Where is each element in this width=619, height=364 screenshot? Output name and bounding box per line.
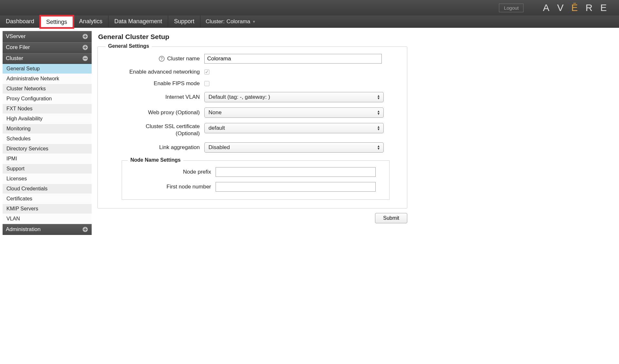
internet-vlan-select[interactable]: Default (tag: -, gateway: ) ▲▼ — [204, 92, 384, 102]
tab-data-management[interactable]: Data Management — [108, 15, 168, 27]
sidebar-item-general-setup[interactable]: General Setup — [3, 64, 92, 74]
sidebar-item-monitoring[interactable]: Monitoring — [3, 124, 92, 134]
sidebar-item-high-availability[interactable]: High Availability — [3, 114, 92, 124]
label-fips: Enable FIPS mode — [154, 80, 200, 87]
label-first-node-number: First node number — [167, 184, 211, 190]
select-value: None — [208, 109, 222, 116]
tab-analytics[interactable]: Analytics — [73, 15, 108, 27]
topbar: Logout AVĒRE — [0, 0, 619, 15]
tab-support[interactable]: Support — [168, 15, 200, 27]
node-name-settings-fieldset: Node Name Settings Node prefix First nod… — [122, 160, 390, 200]
logout-button[interactable]: Logout — [499, 4, 523, 12]
sidebar-item-kmip-servers[interactable]: KMIP Servers — [3, 204, 92, 214]
cluster-name: Colorama — [227, 18, 250, 25]
node-prefix-input[interactable] — [216, 167, 376, 177]
label-web-proxy: Web proxy (Optional) — [148, 109, 200, 116]
submit-button[interactable]: Submit — [375, 213, 407, 223]
help-icon[interactable]: ? — [159, 56, 165, 62]
cluster-prefix: Cluster: — [206, 18, 225, 25]
sidebar-item-administrative-network[interactable]: Administrative Network — [3, 74, 92, 84]
sidebar-section-core-filer[interactable]: Core Filer — [3, 42, 92, 53]
label-link-agg: Link aggregation — [159, 144, 200, 151]
label-adv-networking: Enable advanced networking — [129, 69, 200, 75]
sidebar-item-cluster-networks[interactable]: Cluster Networks — [3, 84, 92, 94]
sidebar-item-certificates[interactable]: Certificates — [3, 194, 92, 204]
sidebar-section-label: VServer — [6, 33, 25, 40]
sidebar: VServer Core Filer Cluster General Setup… — [3, 31, 92, 235]
select-value: default — [208, 125, 225, 131]
sidebar-item-fxt-nodes[interactable]: FXT Nodes — [3, 104, 92, 114]
label-ssl-cert: Cluster SSL certificate(Optional) — [146, 123, 200, 137]
sidebar-item-proxy-configuration[interactable]: Proxy Configuration — [3, 94, 92, 104]
plus-icon — [82, 44, 88, 51]
select-arrows-icon: ▲▼ — [377, 95, 380, 100]
select-arrows-icon: ▲▼ — [377, 145, 380, 150]
sidebar-section-label: Administration — [6, 226, 41, 233]
tab-dashboard[interactable]: Dashboard — [0, 15, 40, 27]
sidebar-section-label: Core Filer — [6, 44, 30, 51]
sidebar-section-label: Cluster — [6, 55, 23, 62]
sidebar-item-ipmi[interactable]: IPMI — [3, 154, 92, 164]
minus-icon — [82, 55, 88, 62]
label-internet-vlan: Internet VLAN — [165, 94, 200, 100]
sidebar-item-directory-services[interactable]: Directory Services — [3, 144, 92, 154]
label-node-prefix: Node prefix — [183, 169, 211, 175]
plus-icon — [82, 33, 88, 40]
select-value: Disabled — [208, 144, 230, 151]
select-arrows-icon: ▲▼ — [377, 126, 380, 131]
sidebar-item-support[interactable]: Support — [3, 164, 92, 174]
fieldset-legend: General Settings — [106, 43, 152, 49]
adv-networking-checkbox[interactable]: ✓ — [204, 69, 209, 75]
sidebar-item-vlan[interactable]: VLAN — [3, 214, 92, 224]
sidebar-item-cloud-credentials[interactable]: Cloud Credentials — [3, 184, 92, 194]
sidebar-section-administration[interactable]: Administration — [3, 224, 92, 235]
fieldset-legend: Node Name Settings — [128, 157, 183, 163]
cluster-name-input[interactable] — [204, 54, 382, 64]
sidebar-item-schedules[interactable]: Schedules — [3, 134, 92, 144]
tab-settings[interactable]: Settings — [40, 16, 73, 28]
ssl-cert-select[interactable]: default ▲▼ — [204, 123, 384, 133]
plus-icon — [82, 226, 88, 233]
sidebar-section-vserver[interactable]: VServer — [3, 31, 92, 42]
link-aggregation-select[interactable]: Disabled ▲▼ — [204, 142, 384, 153]
content: General Cluster Setup General Settings ?… — [92, 31, 616, 223]
web-proxy-select[interactable]: None ▲▼ — [204, 107, 384, 118]
chevron-down-icon: ▼ — [252, 20, 256, 24]
select-value: Default (tag: -, gateway: ) — [208, 94, 270, 100]
fips-checkbox[interactable] — [204, 81, 209, 86]
sidebar-item-licenses[interactable]: Licenses — [3, 174, 92, 184]
first-node-number-input[interactable] — [216, 182, 376, 192]
label-cluster-name: Cluster name — [167, 56, 200, 62]
tabbar: Dashboard Settings Analytics Data Manage… — [0, 15, 619, 28]
brand-logo: AVĒRE — [543, 2, 613, 13]
sidebar-section-cluster[interactable]: Cluster — [3, 53, 92, 64]
page-title: General Cluster Setup — [98, 33, 611, 41]
select-arrows-icon: ▲▼ — [377, 110, 380, 115]
general-settings-fieldset: General Settings ? Cluster name Enable a… — [97, 46, 407, 208]
cluster-dropdown[interactable]: Cluster: Colorama ▼ — [206, 15, 256, 27]
sidebar-items-cluster: General Setup Administrative Network Clu… — [3, 64, 92, 224]
